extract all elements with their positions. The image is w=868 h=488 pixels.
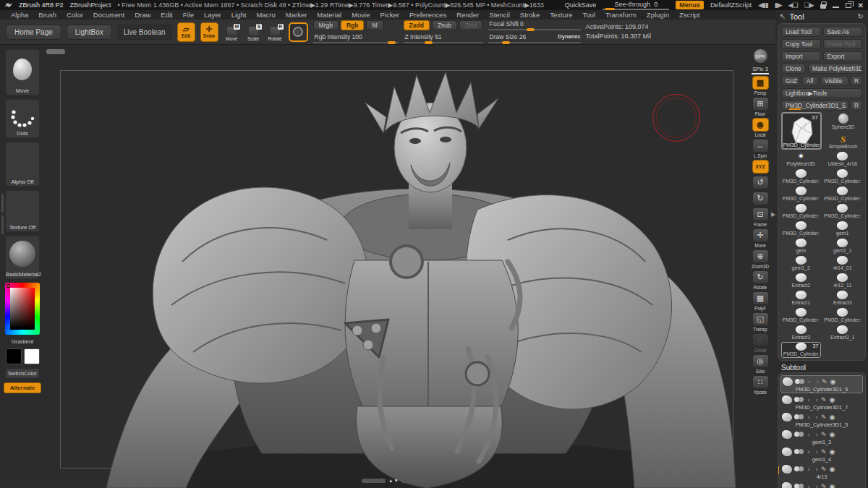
export-button[interactable]: Export bbox=[823, 51, 863, 61]
menu-item[interactable]: Light bbox=[226, 10, 252, 20]
tool-thumbnail[interactable]: Extract1 bbox=[781, 290, 821, 306]
visible-button[interactable]: Visible bbox=[820, 76, 848, 86]
main-color-swatch[interactable] bbox=[6, 348, 22, 364]
close-button[interactable]: ✕ bbox=[858, 1, 864, 9]
strip-button[interactable]: BPR bbox=[753, 48, 768, 64]
subtool-thumbnail[interactable] bbox=[782, 482, 792, 488]
active-tool-thumbnail[interactable]: 37 PM3D_Cylinder bbox=[781, 112, 822, 150]
canvas-scrollbar[interactable]: ▲ ▼ bbox=[362, 479, 425, 483]
rotate-button[interactable]: R Rotate bbox=[267, 22, 284, 42]
contrast-icon[interactable]: ◑ bbox=[814, 396, 817, 403]
tool-thumbnail[interactable]: S SimpleBrush bbox=[824, 132, 862, 150]
see-through-slider[interactable]: See-through 0 bbox=[603, 1, 669, 10]
zcut-button[interactable]: Zcut bbox=[459, 20, 483, 30]
subtool-item[interactable]: ◐ ◑ ✎ ◉ gem1_3 bbox=[780, 429, 863, 445]
polypaint-icon[interactable] bbox=[795, 379, 805, 384]
paste-tool-button[interactable]: Paste Tool bbox=[823, 39, 863, 49]
scrollbar-right[interactable] bbox=[401, 479, 425, 483]
strip-button[interactable]: ▦ Persp bbox=[752, 76, 769, 95]
subtool-item[interactable]: ◐ ◑ ✎ ◉ 4r14_02 bbox=[780, 481, 863, 488]
sculpt-brush-icon[interactable]: ✎ bbox=[821, 431, 827, 438]
sculpt-brush-icon[interactable]: ✎ bbox=[821, 466, 827, 473]
menu-item[interactable]: Color bbox=[61, 10, 88, 20]
z-intensity-slider[interactable]: Z Intensity 51 bbox=[404, 33, 483, 43]
rgb-intensity-slider[interactable]: Rgb Intensity 100 bbox=[313, 33, 399, 43]
strip-button[interactable]: ◌ Ghost bbox=[752, 333, 769, 353]
minimize-button[interactable] bbox=[833, 2, 839, 8]
scrub-back-icon[interactable]: ◀▮▮ bbox=[758, 1, 768, 9]
brush-next-icon[interactable]: ❏▶ bbox=[804, 1, 814, 9]
shade-icon[interactable]: ◐ bbox=[807, 483, 811, 488]
shade-icon[interactable]: ◐ bbox=[808, 378, 812, 385]
strip-button[interactable]: SPix 3 bbox=[752, 65, 769, 74]
tool-thumbnail[interactable]: PM3D_Cylinder: bbox=[823, 186, 863, 202]
make-polymesh3d-button[interactable]: Make PolyMesh3D bbox=[808, 64, 862, 74]
load-tool-button[interactable]: Load Tool bbox=[781, 27, 821, 37]
tool-thumbnail[interactable]: PM3D_Cylinder: bbox=[781, 307, 821, 323]
import-button[interactable]: Import bbox=[781, 51, 821, 61]
menu-item[interactable]: Document bbox=[88, 10, 129, 20]
active-tool-r-button[interactable]: R bbox=[851, 100, 862, 111]
shade-icon[interactable]: ◐ bbox=[807, 431, 811, 438]
default-zscript-button[interactable]: DefaultZScript bbox=[710, 1, 752, 9]
subtool-item[interactable]: ◐ ◑ ✎ ◉ gem1_4 bbox=[780, 446, 863, 463]
scroll-down-icon[interactable]: ▼ bbox=[393, 479, 398, 483]
sculpt-brush-icon[interactable]: ✎ bbox=[821, 448, 827, 455]
scrollbar-left[interactable] bbox=[362, 479, 386, 483]
shade-icon[interactable]: ◐ bbox=[807, 448, 811, 455]
strip-button[interactable]: ⊞ Floor bbox=[752, 97, 769, 116]
menu-item[interactable]: Stencil bbox=[484, 10, 515, 20]
menu-item[interactable]: Render bbox=[451, 10, 484, 20]
polypaint-icon[interactable] bbox=[794, 397, 804, 402]
quicksave-button[interactable]: QuickSave bbox=[565, 1, 597, 9]
strip-button[interactable]: ◎ Solo bbox=[752, 354, 769, 374]
menu-item[interactable]: Texture bbox=[545, 10, 577, 20]
tool-thumbnail[interactable]: gem1_1 bbox=[823, 238, 863, 254]
menu-item[interactable]: File bbox=[178, 10, 199, 20]
visibility-eye-icon[interactable]: ◉ bbox=[829, 466, 835, 473]
polypaint-icon[interactable] bbox=[794, 414, 804, 419]
subtool-thumbnail[interactable] bbox=[782, 413, 792, 421]
tool-thumbnail[interactable]: Extract3_1 bbox=[823, 325, 863, 341]
polypaint-icon[interactable] bbox=[794, 449, 804, 454]
document-canvas[interactable]: ▲ ▼ bbox=[45, 45, 746, 488]
left-panel-divider[interactable] bbox=[1, 194, 4, 263]
tool-thumbnail[interactable]: UMesh_4r18 bbox=[823, 151, 863, 167]
subtool-thumbnail[interactable] bbox=[782, 430, 792, 439]
tool-thumbnail[interactable]: gem1 bbox=[823, 221, 863, 236]
menus-button[interactable]: Menus bbox=[676, 1, 704, 9]
polypaint-icon[interactable] bbox=[794, 466, 804, 471]
contrast-icon[interactable]: ◑ bbox=[814, 414, 817, 421]
strip-button[interactable]: ◉ Local bbox=[752, 118, 769, 137]
tool-thumbnail[interactable]: 37 PM3D_Cylinder bbox=[781, 342, 821, 358]
material-thumbnail[interactable]: BasicMaterial2 bbox=[5, 236, 40, 279]
rgb-intensity-thumb[interactable] bbox=[388, 41, 396, 44]
strip-button[interactable]: ⊡ Frame bbox=[752, 207, 769, 227]
strip-button[interactable]: ⊕ Zoom3D bbox=[752, 249, 769, 269]
tool-thumbnail[interactable]: PM3D_Cylinder: bbox=[781, 203, 821, 219]
menu-item[interactable]: Zscript bbox=[674, 10, 705, 20]
all-button[interactable]: All bbox=[802, 76, 818, 86]
contrast-icon[interactable]: ◑ bbox=[814, 431, 817, 438]
subtool-thumbnail[interactable] bbox=[783, 377, 793, 386]
move-button[interactable]: M Move bbox=[224, 22, 240, 42]
contrast-icon[interactable]: ◑ bbox=[814, 466, 817, 473]
subtool-item[interactable]: ◐ ◑ ✎ ◉ PM3D_Cylinder3D1_7 bbox=[780, 394, 863, 411]
menu-item[interactable]: Alpha bbox=[6, 10, 33, 20]
texture-thumbnail[interactable]: Texture Off bbox=[5, 190, 40, 232]
menu-item[interactable]: Layer bbox=[199, 10, 226, 20]
alpha-thumbnail[interactable]: Alpha Off bbox=[5, 142, 40, 187]
save-as-button[interactable]: Save As bbox=[823, 27, 863, 37]
edit-button[interactable]: ▱ Edit bbox=[177, 22, 195, 42]
menu-item[interactable]: Material bbox=[312, 10, 346, 20]
brush-prev-icon[interactable]: ◀❏ bbox=[788, 1, 798, 9]
panel-refresh-icon[interactable]: ↻ bbox=[858, 12, 864, 20]
shade-icon[interactable]: ◐ bbox=[807, 396, 811, 403]
draw-size-slider[interactable]: Draw Size 26 Dynamic bbox=[488, 33, 581, 43]
alternate-button[interactable]: Alternate bbox=[4, 382, 41, 393]
draw-button[interactable]: ✛ Draw bbox=[200, 22, 218, 42]
polypaint-icon[interactable] bbox=[794, 432, 804, 437]
z-intensity-thumb[interactable] bbox=[425, 41, 433, 44]
subtool-thumbnail[interactable] bbox=[782, 465, 792, 474]
menu-item[interactable]: Zplugin bbox=[642, 10, 674, 20]
